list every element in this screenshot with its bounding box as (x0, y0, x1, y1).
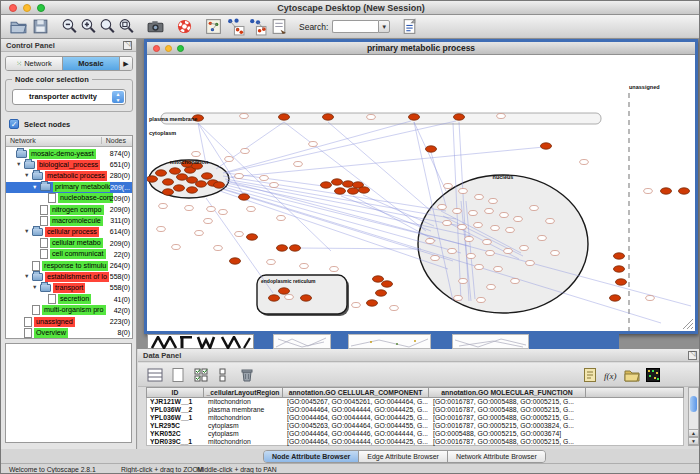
new-attribute-icon[interactable] (169, 366, 187, 384)
node-color-selection-legend: Node color selection (12, 75, 92, 84)
resize-grip-icon[interactable] (683, 319, 693, 329)
layout-nodes-icon[interactable] (226, 17, 245, 36)
tab-overflow-icon[interactable]: ▶ (120, 57, 132, 70)
tree-row[interactable]: ▼unassigned223(0) (6, 316, 132, 327)
graph-node (332, 179, 343, 185)
annotation-icon[interactable] (204, 17, 223, 36)
network-window-peek[interactable] (348, 334, 431, 349)
attribute-batch-icon[interactable] (400, 17, 419, 36)
graph-node-small (159, 204, 168, 209)
column-header[interactable]: annotation.GO MOLECULAR_FUNCTION (429, 387, 586, 398)
tab-network[interactable]: ⁙ Network (6, 57, 63, 70)
tree-row[interactable]: ▼secretion41(0) (6, 294, 132, 305)
disclosure-icon[interactable]: ▼ (24, 170, 32, 181)
network-window-title: primary metabolic process (147, 43, 695, 53)
graph-node-small (157, 227, 166, 232)
tree-row[interactable]: ▼metabolic process280(0) (6, 170, 132, 181)
disclosure-icon[interactable]: ▼ (24, 226, 32, 237)
zoom-out-icon[interactable] (60, 17, 79, 36)
zoom-fit-icon[interactable] (117, 17, 136, 36)
matrix-icon[interactable] (644, 366, 662, 384)
disclosure-icon[interactable]: ▼ (32, 282, 40, 293)
attribute-table[interactable]: YJR121W__1mitochondrion[GO:0045267, GO:0… (146, 398, 684, 446)
table-row[interactable]: YDR039C__1mitochondrion[GO:0044464, GO:0… (147, 438, 683, 446)
tree-row[interactable]: ▼response to stimulu264(0) (6, 260, 132, 271)
tab-network-attribute-browser[interactable]: Network Attribute Browser (448, 451, 545, 462)
scroll-up-icon[interactable]: ▲ (688, 429, 699, 437)
tree-row[interactable]: ▼transport558(0) (6, 282, 132, 293)
tree-row[interactable]: ▼primary metabolic209(... (6, 182, 132, 193)
graph-node-small (277, 216, 286, 221)
import-folder-icon[interactable] (623, 366, 641, 384)
disclosure-icon[interactable]: ▼ (24, 271, 32, 282)
search-dropdown-icon[interactable]: ▼ (378, 20, 390, 33)
table-row[interactable]: YPL036W__1mitochondrion[GO:0044464, GO:0… (147, 414, 683, 422)
graph-node-small (475, 265, 484, 270)
network-window-peek[interactable] (452, 334, 529, 349)
scroll-down-icon[interactable]: ▼ (688, 437, 699, 445)
float-panel-icon[interactable] (688, 351, 697, 360)
disclosure-icon[interactable]: ▼ (16, 159, 24, 170)
tree-row-label: macromolecule (50, 216, 103, 226)
table-row[interactable]: YKR052Ccytoplasm[GO:0044464, GO:0044446,… (147, 430, 683, 438)
save-icon[interactable] (31, 17, 50, 36)
birdseye-view-panel[interactable] (5, 343, 132, 443)
node-count: 209(0) (110, 238, 130, 249)
tree-row[interactable]: ▼Overview8(0) (6, 327, 132, 338)
scrollbar-thumb[interactable] (690, 396, 697, 412)
disclosure-icon[interactable]: ▼ (32, 182, 40, 193)
select-nodes-checkbox[interactable]: ✓ (9, 119, 19, 129)
open-icon[interactable] (9, 17, 28, 36)
delete-attribute-icon[interactable] (238, 366, 256, 384)
tree-row[interactable]: ▼establishment of lo558(0) (6, 271, 132, 282)
network-view-window[interactable]: primary metabolic process plasma membran… (144, 39, 698, 334)
zoom-actual-icon[interactable] (98, 17, 117, 36)
column-header[interactable]: annotation.GO CELLULAR_COMPONENT (283, 387, 429, 398)
table-row[interactable]: YPL036W__2plasma membrane[GO:0044464, GO… (147, 406, 683, 414)
table-row[interactable]: YJR121W__1mitochondrion[GO:0045267, GO:0… (147, 398, 683, 406)
overview-window-peek[interactable] (147, 334, 254, 349)
control-panel: Control Panel ⁙ Network Mosaic ▶ Node co… (1, 39, 137, 449)
table-cell: YPL036W__2 (147, 406, 205, 414)
tree-row[interactable]: ▼cellular process614(0) (6, 226, 132, 237)
unselect-attributes-icon[interactable] (215, 366, 233, 384)
table-row[interactable]: YLR295Ccytoplasm[GO:0045263, GO:0044464,… (147, 422, 683, 430)
tab-node-attribute-browser[interactable]: Node Attribute Browser (264, 451, 359, 462)
vizmapper-icon[interactable] (270, 17, 289, 36)
tree-row[interactable]: ▼multi-organism pro42(0) (6, 305, 132, 316)
tree-row[interactable]: ▼macromolecule311(0) (6, 215, 132, 226)
combo-stepper-icon[interactable]: ▲▼ (112, 91, 124, 103)
graph-node-small (285, 295, 294, 300)
tree-row[interactable]: ▼nucleobase-con209(0) (6, 193, 132, 204)
network-file-icon (40, 249, 48, 259)
node-color-select[interactable]: transporter activity ▲▼ (12, 89, 126, 105)
search-input[interactable] (332, 20, 378, 33)
network-window-titlebar[interactable]: primary metabolic process (147, 42, 695, 55)
tree-row[interactable]: ▼nitrogen compo209(0) (6, 204, 132, 215)
function-builder-icon[interactable]: f(x) (602, 366, 620, 384)
column-header[interactable] (586, 387, 684, 398)
network-tree-icon: ⁙ (16, 60, 24, 67)
network-window-peek[interactable] (273, 334, 331, 349)
graph-node-small (580, 160, 589, 165)
tree-row[interactable]: ▼mosaic-demo-yeast874(0) (6, 148, 132, 159)
tab-edge-attribute-browser[interactable]: Edge Attribute Browser (359, 451, 448, 462)
tree-row[interactable]: ▼cellular metabo209(0) (6, 238, 132, 249)
tab-mosaic[interactable]: Mosaic (63, 57, 120, 70)
column-header[interactable]: _cellularLayoutRegion (204, 387, 283, 398)
tree-row-label: nucleobase-con (58, 193, 113, 203)
float-panel-icon[interactable] (123, 41, 132, 50)
tree-row[interactable]: ▼cell communicat22(0) (6, 249, 132, 260)
tree-row[interactable]: ▼biological_process651(0) (6, 159, 132, 170)
attribute-table-icon[interactable] (146, 366, 164, 384)
tree-row-label: metabolic process (45, 171, 107, 181)
notepad-icon[interactable] (581, 366, 599, 384)
column-header[interactable]: ID (146, 387, 204, 398)
snapshot-icon[interactable] (146, 17, 165, 36)
select-attributes-icon[interactable] (192, 366, 210, 384)
node-count: 558(0) (110, 282, 130, 293)
network-canvas[interactable]: plasma membranecytoplasmmitochondrionnuc… (147, 55, 695, 331)
help-icon[interactable] (175, 17, 194, 36)
layout-edges-icon[interactable] (248, 17, 267, 36)
zoom-in-icon[interactable] (79, 17, 98, 36)
